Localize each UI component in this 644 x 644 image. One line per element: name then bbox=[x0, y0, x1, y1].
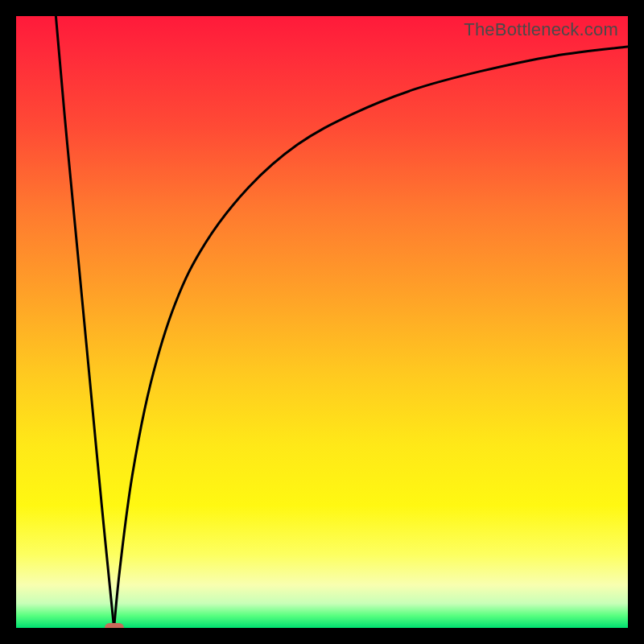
chart-curves bbox=[16, 16, 628, 628]
curve-right-branch bbox=[114, 47, 628, 628]
curve-left-branch bbox=[56, 16, 114, 628]
bottleneck-marker bbox=[105, 623, 124, 628]
chart-area: TheBottleneck.com bbox=[16, 16, 628, 628]
